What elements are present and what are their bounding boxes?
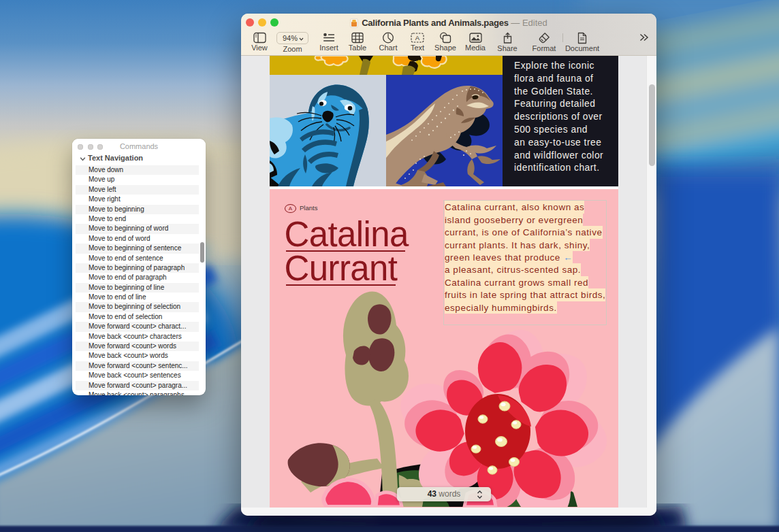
- svg-text:A: A: [415, 34, 420, 41]
